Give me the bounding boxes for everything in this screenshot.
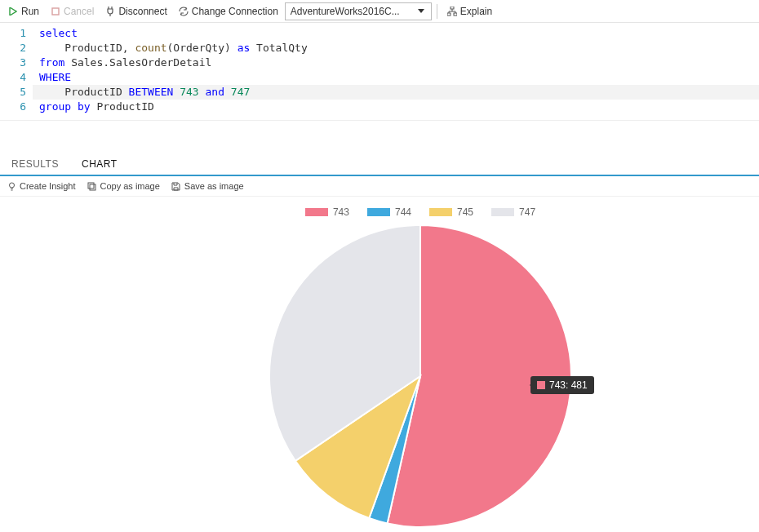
svg-rect-0 [52, 8, 59, 15]
legend-item[interactable]: 743 [305, 206, 349, 218]
line-number: 2 [0, 41, 26, 55]
pie-chart[interactable] [265, 221, 575, 531]
tab-chart[interactable]: CHART [70, 153, 129, 175]
chart-area: 743 744 745 747 743: 481 [0, 197, 759, 532]
code-line: group by ProductID [33, 100, 759, 114]
sql-editor[interactable]: 1 2 3 4 5 6 select ProductID, count(Orde… [0, 23, 759, 121]
line-number: 3 [0, 55, 26, 70]
change-connection-label: Change Connection [192, 6, 278, 17]
save-icon [171, 181, 181, 191]
run-button[interactable]: Run [3, 4, 44, 19]
tab-results[interactable]: RESULTS [0, 153, 70, 175]
copy-icon [87, 181, 96, 191]
svg-rect-3 [454, 13, 457, 16]
stop-icon [51, 7, 60, 16]
change-connection-button[interactable]: Change Connection [174, 4, 283, 19]
plug-icon [105, 7, 115, 16]
swatch-blue [367, 208, 390, 216]
database-select[interactable]: AdventureWorks2016C... [285, 2, 432, 20]
line-number: 5 [0, 85, 26, 100]
play-icon [8, 7, 18, 16]
legend: 743 744 745 747 [0, 197, 759, 221]
legend-item[interactable]: 747 [491, 206, 535, 218]
database-name: AdventureWorks2016C... [291, 6, 400, 17]
code-line: from Sales.SalesOrderDetail [33, 55, 759, 70]
pie-holder [0, 221, 759, 531]
legend-item[interactable]: 744 [367, 206, 411, 218]
svg-rect-2 [447, 13, 451, 16]
create-insight-label: Create Insight [20, 181, 75, 191]
svg-rect-1 [451, 7, 454, 9]
explain-button[interactable]: Explain [442, 4, 497, 19]
code-line: ProductID BETWEEN 743 and 747 [33, 85, 759, 100]
swatch-yellow [429, 208, 452, 216]
chevron-down-icon [416, 7, 426, 16]
code-line: select [33, 26, 759, 41]
svg-rect-5 [88, 183, 94, 188]
copy-image-button[interactable]: Copy as image [87, 181, 159, 191]
chart-tooltip: 743: 481 [530, 376, 594, 394]
code-line: ProductID, count(OrderQty) as TotalQty [33, 41, 759, 55]
explain-label: Explain [460, 6, 492, 17]
line-number: 4 [0, 70, 26, 85]
swatch-pink [305, 208, 328, 216]
cancel-label: Cancel [64, 6, 94, 17]
line-gutter: 1 2 3 4 5 6 [0, 23, 33, 120]
separator [437, 4, 437, 19]
lightbulb-icon [7, 181, 16, 191]
line-number: 1 [0, 26, 26, 41]
code-area[interactable]: select ProductID, count(OrderQty) as Tot… [33, 23, 759, 120]
save-image-button[interactable]: Save as image [171, 181, 244, 191]
line-number: 6 [0, 100, 26, 114]
sitemap-icon [447, 7, 457, 16]
svg-point-4 [9, 183, 14, 188]
swap-icon [179, 7, 189, 16]
svg-rect-6 [90, 184, 95, 190]
disconnect-label: Disconnect [118, 6, 166, 17]
tooltip-text: 743: 481 [549, 379, 588, 391]
tooltip-swatch [537, 381, 545, 389]
disconnect-button[interactable]: Disconnect [100, 4, 171, 19]
save-image-label: Save as image [184, 181, 244, 191]
cancel-button: Cancel [46, 4, 99, 19]
copy-image-label: Copy as image [100, 181, 159, 191]
chart-toolbar: Create Insight Copy as image Save as ima… [0, 176, 759, 197]
swatch-grey [491, 208, 514, 216]
toolbar: Run Cancel Disconnect Change Connection … [0, 0, 759, 23]
code-line: WHERE [33, 70, 759, 85]
legend-item[interactable]: 745 [429, 206, 473, 218]
result-tabs: RESULTS CHART [0, 153, 759, 176]
create-insight-button[interactable]: Create Insight [7, 181, 75, 191]
run-label: Run [21, 6, 39, 17]
